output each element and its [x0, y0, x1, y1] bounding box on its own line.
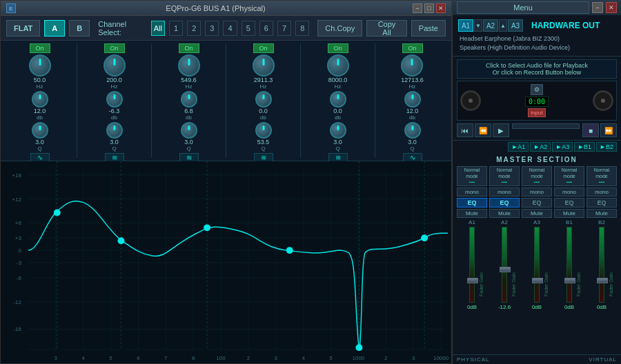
strip-fader-handle-a1[interactable] [467, 278, 478, 283]
strip-mute-button-b1[interactable]: Mute [554, 209, 584, 218]
preset-b-button[interactable]: B [69, 20, 90, 37]
channel-1-button[interactable]: 1 [169, 21, 183, 36]
channel-2-button[interactable]: 2 [187, 21, 201, 36]
band-4-gain-knob[interactable] [255, 91, 272, 108]
strip-mute-button-a1[interactable]: Mute [457, 209, 487, 218]
routing-a3-button[interactable]: ►A3 [552, 142, 573, 152]
band-3-q-knob[interactable] [181, 122, 197, 139]
hw-channel-a3-button[interactable]: A3 [508, 19, 523, 32]
menu-button[interactable]: Menu [457, 1, 589, 14]
hw-channel-a1-button[interactable]: A1 [458, 19, 473, 32]
tape-rewind-button[interactable]: ⏮ [457, 123, 473, 137]
right-minimize-button[interactable]: − [592, 2, 603, 13]
strip-mute-button-a2[interactable]: Mute [489, 209, 520, 218]
strip-fader-track-a1[interactable]: Fader Gain [469, 227, 475, 303]
ch-copy-button[interactable]: Ch.Copy [317, 20, 362, 37]
strip-eq-button-a3[interactable]: EQ [522, 198, 552, 208]
tape-forward-button[interactable]: ⏩ [600, 123, 617, 137]
hw-nav-up-arrow[interactable]: ▲ [499, 19, 507, 32]
strip-eq-button-b2[interactable]: EQ [586, 198, 617, 208]
strip-fader-track-a3[interactable]: Fader Gain [534, 227, 540, 303]
strip-fader-handle-b2[interactable] [597, 278, 608, 283]
band-3-on-button[interactable]: On [179, 43, 199, 53]
band-2-gain-knob[interactable] [106, 91, 123, 108]
strip-mode-button-b1[interactable]: Normalmode•••• [554, 166, 584, 186]
strip-mono-button-a1[interactable]: mono [457, 188, 487, 196]
strip-mono-button-b2[interactable]: mono [586, 188, 617, 196]
toolbar: FLAT A B Channel Select: All 1 2 3 4 5 6… [1, 16, 451, 41]
tape-gear-button[interactable]: ⚙ [531, 84, 543, 95]
routing-a1-button[interactable]: ►A1 [508, 142, 529, 152]
strip-mute-button-a3[interactable]: Mute [522, 209, 552, 218]
tape-play-button[interactable]: ▶ [493, 123, 509, 137]
strip-eq-button-a2[interactable]: EQ [489, 198, 520, 208]
band-5-q-knob[interactable] [330, 122, 346, 139]
band-5-q-label: Q [335, 145, 339, 152]
hw-channel-a2-button[interactable]: A2 [483, 19, 498, 32]
band-6-freq-knob[interactable] [401, 54, 423, 77]
channel-8-button[interactable]: 8 [295, 21, 309, 36]
hw-device-line2: Speakers (High Definition Audio Device) [460, 43, 615, 52]
strip-mono-button-b1[interactable]: mono [554, 188, 584, 196]
band-4-freq-knob[interactable] [253, 54, 275, 77]
routing-a2-button[interactable]: ►A2 [530, 142, 551, 152]
strip-mode-button-a1[interactable]: Normalmode•••• [457, 166, 487, 186]
channel-7-button[interactable]: 7 [277, 21, 291, 36]
band-6-gain-knob[interactable] [404, 91, 421, 108]
band-6-q-knob-container: 3.0 Q [404, 122, 421, 152]
strip-fader-track-a2[interactable]: Fader Gain [502, 227, 507, 303]
strip-eq-button-b1[interactable]: EQ [554, 198, 584, 208]
minimize-button[interactable]: − [413, 3, 422, 13]
band-1-gain-knob[interactable] [32, 91, 48, 108]
preset-a-button[interactable]: A [44, 20, 65, 37]
strip-mode-button-a3[interactable]: Normalmode•••• [522, 166, 552, 186]
band-1-freq-knob[interactable] [29, 54, 51, 77]
band-2-freq-knob[interactable] [103, 54, 126, 77]
paste-button[interactable]: Paste [411, 20, 446, 37]
band-4-on-button[interactable]: On [253, 43, 274, 53]
strip-label-b1: B1 [566, 219, 573, 225]
strip-mode-button-a2[interactable]: Normalmode•••• [489, 166, 520, 186]
hw-nav-down-arrow[interactable]: ▼ [474, 19, 482, 32]
strip-mute-button-b2[interactable]: Mute [586, 209, 617, 218]
right-close-button[interactable]: ✕ [606, 2, 617, 13]
strip-mono-button-a3[interactable]: mono [522, 188, 552, 196]
tape-stop-button[interactable]: ■ [582, 123, 599, 137]
band-6-q-knob[interactable] [404, 122, 421, 139]
tape-back-button[interactable]: ⏪ [475, 123, 491, 137]
flat-button[interactable]: FLAT [6, 20, 40, 37]
eq-graph[interactable]: +18 +12 +6 +3 0 -3 -6 -12 -18 [1, 161, 451, 363]
strip-fader-handle-a3[interactable] [532, 278, 543, 283]
band-5-gain-knob[interactable] [330, 91, 346, 108]
strip-mono-button-a2[interactable]: mono [489, 188, 520, 196]
maximize-button[interactable]: □ [424, 3, 434, 13]
routing-b1-button[interactable]: ►B1 [574, 142, 595, 152]
channel-3-button[interactable]: 3 [205, 21, 219, 36]
strip-mode-button-b2[interactable]: Normalmode•••• [586, 166, 617, 186]
band-4-dot[interactable] [286, 247, 293, 254]
strip-fader-handle-b1[interactable] [564, 278, 575, 283]
band-6-on-button[interactable]: On [402, 43, 423, 53]
band-4-q-knob[interactable] [255, 122, 272, 139]
strip-fader-handle-a2[interactable] [500, 267, 511, 272]
copy-all-button[interactable]: Copy All [366, 20, 407, 37]
band-3-gain-knob[interactable] [181, 91, 197, 108]
band-5-freq-knob[interactable] [327, 54, 349, 77]
tape-click-text[interactable]: Click to Select Audio file for Playback … [457, 59, 617, 79]
channel-5-button[interactable]: 5 [241, 21, 255, 36]
band-2-gain-unit: db [111, 114, 117, 121]
band-2-q-knob[interactable] [106, 122, 123, 139]
strip-fader-track-b1[interactable]: Fader Gain [566, 227, 572, 303]
channel-all-button[interactable]: All [151, 21, 165, 36]
channel-6-button[interactable]: 6 [259, 21, 273, 36]
band-5-on-button[interactable]: On [328, 43, 348, 53]
close-button[interactable]: ✕ [436, 3, 446, 13]
band-1-q-knob[interactable] [32, 122, 48, 139]
band-3-freq-knob[interactable] [178, 54, 200, 77]
channel-4-button[interactable]: 4 [223, 21, 237, 36]
band-2-on-button[interactable]: On [104, 43, 125, 53]
strip-eq-button-a1[interactable]: EQ [457, 198, 487, 208]
routing-b2-button[interactable]: ►B2 [596, 142, 617, 152]
band-1-on-button[interactable]: On [30, 43, 50, 53]
strip-fader-track-b2[interactable]: Fader Gain [599, 227, 604, 303]
